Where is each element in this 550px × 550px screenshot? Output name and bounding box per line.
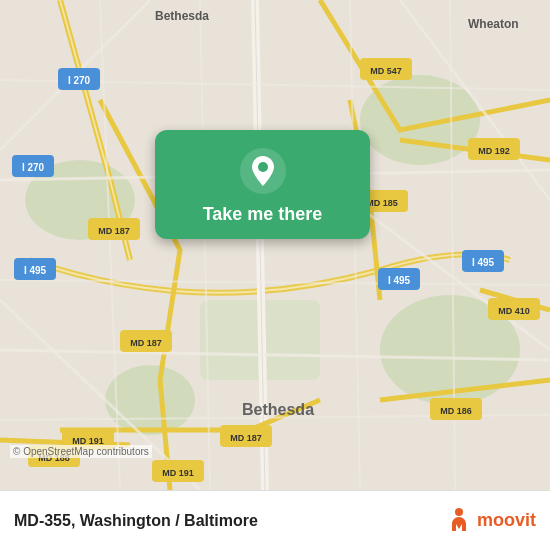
map-container: Bethesda Wheaton Bethesda I 270 I 270 MD… xyxy=(0,0,550,490)
moovit-text: moovit xyxy=(477,510,536,531)
svg-text:I 495: I 495 xyxy=(388,275,411,286)
svg-text:Bethesda: Bethesda xyxy=(242,401,314,418)
svg-text:MD 410: MD 410 xyxy=(498,306,530,316)
action-card[interactable]: Take me there xyxy=(155,130,370,239)
action-card-label: Take me there xyxy=(203,204,323,225)
svg-text:Wheaton: Wheaton xyxy=(468,17,519,31)
svg-point-4 xyxy=(105,365,195,435)
svg-point-42 xyxy=(258,162,268,172)
moovit-logo: moovit xyxy=(445,507,536,535)
svg-text:MD 185: MD 185 xyxy=(366,198,398,208)
location-pin-icon xyxy=(240,148,286,194)
svg-point-43 xyxy=(455,508,463,516)
svg-text:I 270: I 270 xyxy=(22,162,45,173)
svg-text:MD 187: MD 187 xyxy=(130,338,162,348)
svg-text:I 495: I 495 xyxy=(472,257,495,268)
svg-text:MD 187: MD 187 xyxy=(230,433,262,443)
svg-text:MD 186: MD 186 xyxy=(440,406,472,416)
svg-text:MD 547: MD 547 xyxy=(370,66,402,76)
route-title: MD-355, Washington / Baltimore xyxy=(14,512,445,530)
svg-text:I 270: I 270 xyxy=(68,75,91,86)
svg-text:Bethesda: Bethesda xyxy=(155,9,209,23)
svg-text:MD 187: MD 187 xyxy=(98,226,130,236)
svg-text:MD 191: MD 191 xyxy=(162,468,194,478)
bottom-bar: MD-355, Washington / Baltimore moovit xyxy=(0,490,550,550)
svg-text:MD 192: MD 192 xyxy=(478,146,510,156)
copyright-text: © OpenStreetMap contributors xyxy=(10,445,152,458)
svg-text:I 495: I 495 xyxy=(24,265,47,276)
moovit-icon xyxy=(445,507,473,535)
